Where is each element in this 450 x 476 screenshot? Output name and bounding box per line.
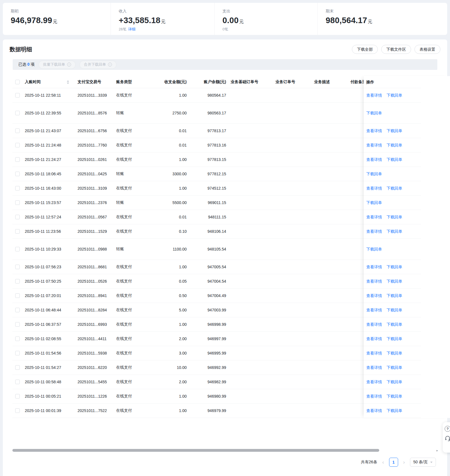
view-detail-link[interactable]: 查看详情 xyxy=(366,143,382,148)
cell-balance: 948111.15 xyxy=(187,215,226,219)
table-settings-button[interactable]: 表格设置 xyxy=(414,45,440,54)
select-all-checkbox[interactable] xyxy=(15,80,20,84)
cell-type: 转账 xyxy=(116,200,156,205)
row-checkbox[interactable] xyxy=(15,215,20,219)
row-checkbox[interactable] xyxy=(15,157,20,162)
horizontal-scrollbar[interactable]: ▸ xyxy=(10,448,440,453)
next-page-icon[interactable]: › xyxy=(403,458,405,466)
download-receipt-link[interactable]: 下载回单 xyxy=(387,293,402,298)
row-checkbox[interactable] xyxy=(15,408,20,413)
cell-time: 2025-10-11 21:24:48 xyxy=(25,143,78,147)
row-checkbox[interactable] xyxy=(15,186,20,191)
download-receipt-link[interactable]: 下载回单 xyxy=(387,215,402,220)
download-receipt-link[interactable]: 下载回单 xyxy=(387,279,402,284)
view-detail-link[interactable]: 查看详情 xyxy=(366,336,382,342)
batch-download-button[interactable]: 批量下载回单i xyxy=(39,61,76,69)
row-checkbox[interactable] xyxy=(15,279,20,284)
download-receipt-link[interactable]: 下载回单 xyxy=(387,93,402,98)
page-size-select[interactable]: 50 条/页 xyxy=(410,458,436,467)
view-detail-link[interactable]: 查看详情 xyxy=(366,322,382,327)
view-detail-link[interactable]: 查看详情 xyxy=(366,229,382,234)
row-checkbox[interactable] xyxy=(15,265,20,269)
download-files-button[interactable]: 下载文件区 xyxy=(381,45,411,54)
view-detail-link[interactable]: 查看详情 xyxy=(366,365,382,370)
column-header-biz-desc: 业务描述 xyxy=(309,79,346,85)
view-detail-link[interactable]: 查看详情 xyxy=(366,351,382,356)
view-detail-link[interactable]: 查看详情 xyxy=(366,265,382,270)
cell-balance: 946998.99 xyxy=(187,322,226,327)
view-detail-link[interactable]: 查看详情 xyxy=(366,215,382,220)
help-icon[interactable]: ? xyxy=(445,426,450,432)
download-receipt-link[interactable]: 下载回单 xyxy=(366,172,382,177)
download-receipt-link[interactable]: 下载回单 xyxy=(387,157,402,162)
summary-income-count: 26笔 xyxy=(119,27,126,31)
download-receipt-link[interactable]: 下载回单 xyxy=(387,322,402,327)
cell-balance: 977812.15 xyxy=(187,172,226,176)
cell-type: 在线支付 xyxy=(116,322,156,327)
row-checkbox[interactable] xyxy=(15,293,20,298)
download-receipt-link[interactable]: 下载回单 xyxy=(387,143,402,148)
row-checkbox[interactable] xyxy=(15,143,20,147)
operation-row: 查看详情 下载回单 xyxy=(364,375,450,389)
row-checkbox[interactable] xyxy=(15,93,20,98)
cell-transaction-id: 20251011...3339 xyxy=(78,93,116,98)
income-detail-link[interactable]: 详细 xyxy=(128,27,135,31)
download-receipt-link[interactable]: 下载回单 xyxy=(387,351,402,356)
cell-type: 在线支付 xyxy=(116,365,156,370)
download-receipt-link[interactable]: 下载回单 xyxy=(387,380,402,385)
cell-type: 转账 xyxy=(116,247,156,252)
row-checkbox[interactable] xyxy=(15,308,20,312)
scrollbar-thumb[interactable] xyxy=(12,449,379,452)
sort-icon[interactable] xyxy=(67,80,69,84)
row-checkbox[interactable] xyxy=(15,336,20,341)
table-row: 2025-10-11 22:58:11 20251011...3339 在线支付… xyxy=(12,88,364,103)
view-detail-link[interactable]: 查看详情 xyxy=(366,293,382,298)
row-checkbox[interactable] xyxy=(15,129,20,133)
download-all-button[interactable]: 下载全部 xyxy=(352,45,378,54)
view-detail-link[interactable]: 查看详情 xyxy=(366,279,382,284)
download-receipt-link[interactable]: 下载回单 xyxy=(387,394,402,399)
row-checkbox[interactable] xyxy=(15,247,20,251)
download-receipt-link[interactable]: 下载回单 xyxy=(366,247,382,252)
view-detail-link[interactable]: 查看详情 xyxy=(366,380,382,385)
view-detail-link[interactable]: 查看详情 xyxy=(366,394,382,399)
row-checkbox[interactable] xyxy=(15,172,20,176)
merge-download-button[interactable]: 合并下载回单i xyxy=(80,61,116,69)
column-header-type: 账务类型 xyxy=(116,79,156,85)
row-checkbox[interactable] xyxy=(15,111,20,115)
view-detail-link[interactable]: 查看详情 xyxy=(366,186,382,191)
row-checkbox[interactable] xyxy=(15,229,20,234)
cell-amount: 2750.00 xyxy=(156,111,187,115)
download-receipt-link[interactable]: 下载回单 xyxy=(366,200,382,205)
cell-type: 在线支付 xyxy=(116,351,156,356)
download-receipt-link[interactable]: 下载回单 xyxy=(387,186,402,191)
row-checkbox[interactable] xyxy=(15,322,20,327)
download-receipt-link[interactable]: 下载回单 xyxy=(387,229,402,234)
download-receipt-link[interactable]: 下载回单 xyxy=(387,129,402,134)
row-checkbox[interactable] xyxy=(15,351,20,355)
cell-amount: 0.10 xyxy=(156,229,187,234)
view-detail-link[interactable]: 查看详情 xyxy=(366,308,382,313)
row-checkbox[interactable] xyxy=(15,200,20,205)
view-detail-link[interactable]: 查看详情 xyxy=(366,93,382,98)
row-checkbox[interactable] xyxy=(15,380,20,384)
operation-row: 查看详情 下载回单 xyxy=(364,224,450,239)
cell-amount: 2.00 xyxy=(156,380,187,384)
download-receipt-link[interactable]: 下载回单 xyxy=(366,111,382,116)
cell-amount: 5.00 xyxy=(156,308,187,312)
headset-icon[interactable] xyxy=(445,435,450,441)
scroll-right-arrow-icon[interactable]: ▸ xyxy=(436,448,438,452)
page-number[interactable]: 1 xyxy=(389,458,398,467)
download-receipt-link[interactable]: 下载回单 xyxy=(387,336,402,342)
download-receipt-link[interactable]: 下载回单 xyxy=(387,408,402,413)
operation-row: 查看详情 下载回单 xyxy=(364,389,450,404)
row-checkbox[interactable] xyxy=(15,394,20,398)
prev-page-icon[interactable]: ‹ xyxy=(382,458,384,466)
view-detail-link[interactable]: 查看详情 xyxy=(366,129,382,134)
view-detail-link[interactable]: 查看详情 xyxy=(366,408,382,413)
download-receipt-link[interactable]: 下载回单 xyxy=(387,265,402,270)
view-detail-link[interactable]: 查看详情 xyxy=(366,157,382,162)
download-receipt-link[interactable]: 下载回单 xyxy=(387,308,402,313)
row-checkbox[interactable] xyxy=(15,365,20,370)
download-receipt-link[interactable]: 下载回单 xyxy=(387,365,402,370)
